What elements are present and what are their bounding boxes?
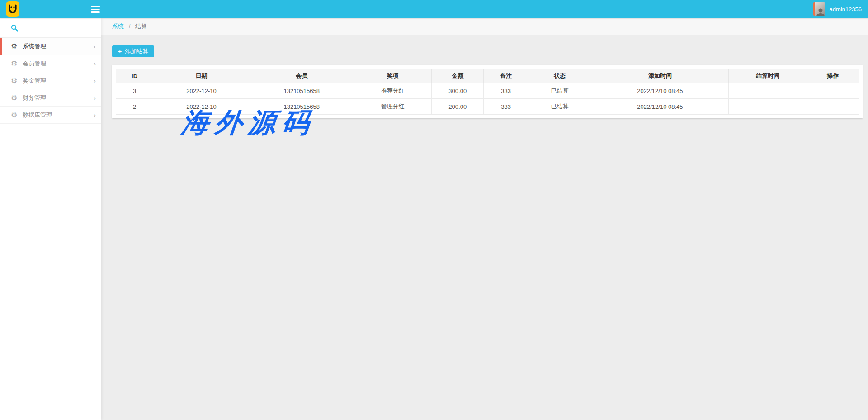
table-cell: 13210515658 [250, 83, 354, 99]
table-cell: 333 [484, 83, 528, 99]
avatar [813, 2, 825, 16]
search-icon [11, 24, 18, 32]
table-cell: 3 [116, 83, 153, 99]
column-header: ID [116, 69, 153, 83]
sidebar: ⚙系统管理›⚙会员管理›⚙奖金管理›⚙财务管理›⚙数据库管理› [0, 18, 101, 420]
table-cell: 2 [116, 99, 153, 115]
sidebar-item-label: 会员管理 [23, 60, 94, 68]
breadcrumb: 系统 / 结算 [101, 18, 868, 35]
avatar-placeholder [816, 7, 825, 16]
settlement-table: ID日期会员奖项金额备注状态添加时间结算时间操作 32022-12-101321… [116, 69, 859, 115]
table-cell [807, 83, 859, 99]
gear-icon: ⚙ [11, 77, 23, 84]
table-cell: 300.00 [432, 83, 484, 99]
sidebar-item[interactable]: ⚙系统管理› [0, 38, 101, 55]
add-settlement-button-label: 添加结算 [125, 47, 148, 56]
table-cell: 200.00 [432, 99, 484, 115]
sidebar-menu: ⚙系统管理›⚙会员管理›⚙奖金管理›⚙财务管理›⚙数据库管理› [0, 38, 101, 124]
user-menu[interactable]: admin12356 [813, 0, 862, 18]
table-cell: 管理分红 [354, 99, 432, 115]
chevron-right-icon: › [94, 77, 96, 84]
sidebar-item-label: 奖金管理 [23, 77, 94, 85]
table-cell: 推荐分红 [354, 83, 432, 99]
smiley-face-icon [7, 3, 18, 15]
breadcrumb-current-page: 结算 [135, 23, 147, 30]
column-header: 会员 [250, 69, 354, 83]
breadcrumb-section-link[interactable]: 系统 [112, 23, 124, 30]
table-cell [729, 83, 807, 99]
table-row: 32022-12-1013210515658推荐分红300.00333已结算20… [116, 83, 859, 99]
table-cell [729, 99, 807, 115]
sidebar-search[interactable] [0, 18, 101, 38]
table-body: 32022-12-1013210515658推荐分红300.00333已结算20… [116, 83, 859, 115]
add-settlement-button[interactable]: + 添加结算 [112, 45, 154, 57]
table-cell: 2022/12/10 08:45 [591, 83, 729, 99]
chevron-right-icon: › [94, 111, 96, 119]
sidebar-item[interactable]: ⚙会员管理› [0, 55, 101, 72]
table-row: 22022-12-1013210515658管理分红200.00333已结算20… [116, 99, 859, 115]
chevron-right-icon: › [94, 60, 96, 67]
table-cell [807, 99, 859, 115]
sidebar-item[interactable]: ⚙数据库管理› [0, 107, 101, 124]
gear-icon: ⚙ [11, 94, 23, 102]
app-logo[interactable] [6, 1, 19, 17]
column-header: 备注 [484, 69, 528, 83]
table-cell: 已结算 [528, 99, 591, 115]
column-header: 结算时间 [729, 69, 807, 83]
column-header: 日期 [153, 69, 250, 83]
content-area: + 添加结算 ID日期会员奖项金额备注状态添加时间结算时间操作 32022-12… [101, 35, 868, 118]
gear-icon: ⚙ [11, 43, 23, 50]
table-cell: 333 [484, 99, 528, 115]
gear-icon: ⚙ [11, 60, 23, 67]
table-cell: 已结算 [528, 83, 591, 99]
top-bar: admin12356 [0, 0, 868, 18]
sidebar-item-label: 数据库管理 [23, 111, 94, 119]
table-cell: 2022/12/10 08:45 [591, 99, 729, 115]
table-cell: 13210515658 [250, 99, 354, 115]
table-cell: 2022-12-10 [153, 99, 250, 115]
chevron-right-icon: › [94, 42, 96, 50]
gear-icon: ⚙ [11, 112, 23, 119]
chevron-right-icon: › [94, 94, 96, 102]
breadcrumb-separator: / [129, 23, 131, 30]
sidebar-item[interactable]: ⚙奖金管理› [0, 72, 101, 89]
table-cell: 2022-12-10 [153, 83, 250, 99]
sidebar-item-label: 系统管理 [23, 42, 94, 51]
sidebar-item[interactable]: ⚙财务管理› [0, 89, 101, 107]
table-header-row: ID日期会员奖项金额备注状态添加时间结算时间操作 [116, 69, 859, 83]
column-header: 金额 [432, 69, 484, 83]
column-header: 添加时间 [591, 69, 729, 83]
column-header: 状态 [528, 69, 591, 83]
sidebar-item-label: 财务管理 [23, 94, 94, 102]
column-header: 操作 [807, 69, 859, 83]
sidebar-toggle-hamburger-icon[interactable] [86, 0, 105, 18]
table-panel: ID日期会员奖项金额备注状态添加时间结算时间操作 32022-12-101321… [112, 65, 863, 118]
column-header: 奖项 [354, 69, 432, 83]
username-label: admin12356 [829, 6, 862, 13]
main-area: 系统 / 结算 + 添加结算 ID日期会员奖项金额备注状态添加时间结算时间操作 … [101, 18, 868, 420]
plus-icon: + [118, 48, 122, 55]
